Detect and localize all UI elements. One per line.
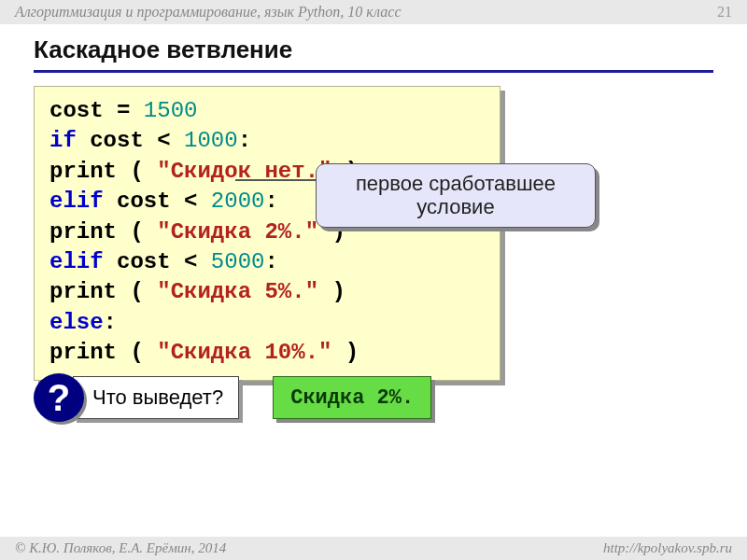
code-keyword: elif xyxy=(49,189,104,214)
code-text: ( xyxy=(117,279,157,304)
code-text: cost = xyxy=(49,98,144,123)
question-badge-icon: ? xyxy=(34,373,84,422)
code-text: cost < xyxy=(104,249,211,274)
header-bar: Алгоритмизация и программирование, язык … xyxy=(0,0,747,24)
code-text: cost < xyxy=(104,189,211,214)
question-box: Что выведет? xyxy=(73,376,239,419)
code-func: print xyxy=(49,279,117,304)
code-func: print xyxy=(49,340,117,365)
code-func: print xyxy=(49,159,117,184)
answer-box: Скидка 2%. xyxy=(273,376,431,419)
callout-connector xyxy=(235,179,316,181)
code-text: ( xyxy=(117,340,157,365)
code-number: 2000 xyxy=(211,189,265,214)
slide-title: Каскадное ветвление xyxy=(34,35,713,73)
code-string: "Скидка 5%." xyxy=(157,279,318,304)
code-text: : xyxy=(264,249,277,274)
course-label: Алгоритмизация и программирование, язык … xyxy=(15,4,401,21)
code-keyword: elif xyxy=(49,249,104,274)
footer-url: http://kpolyakov.spb.ru xyxy=(603,540,732,556)
code-string: "Скидка 10%." xyxy=(157,340,331,365)
page-number: 21 xyxy=(717,4,732,21)
code-text: : xyxy=(264,189,277,214)
code-text: : xyxy=(238,128,251,153)
answer-text: Скидка 2%. xyxy=(290,386,414,410)
code-text: ) xyxy=(331,340,359,365)
code-text: ( xyxy=(117,219,157,245)
code-number: 1500 xyxy=(144,98,198,123)
code-text: : xyxy=(104,310,117,335)
code-keyword: else xyxy=(49,310,104,335)
code-text: ) xyxy=(318,279,345,304)
code-number: 1000 xyxy=(184,128,238,153)
code-number: 5000 xyxy=(211,249,265,274)
code-keyword: if xyxy=(49,128,77,153)
code-text: ( xyxy=(117,159,157,184)
code-string: "Скидка 2%." xyxy=(157,219,318,245)
code-block: cost = 1500 if cost < 1000: print ( "Ски… xyxy=(34,86,500,381)
footer-authors: © К.Ю. Поляков, Е.А. Ерёмин, 2014 xyxy=(15,540,226,556)
callout-box: первое сработавшее условие xyxy=(316,163,596,228)
callout-text-1: первое сработавшее xyxy=(330,172,582,195)
footer-bar: © К.Ю. Поляков, Е.А. Ерёмин, 2014 http:/… xyxy=(0,537,747,560)
callout-text-2: условие xyxy=(330,195,582,218)
question-text: Что выведет? xyxy=(92,385,223,410)
code-text: cost < xyxy=(77,128,184,153)
code-func: print xyxy=(49,219,117,245)
